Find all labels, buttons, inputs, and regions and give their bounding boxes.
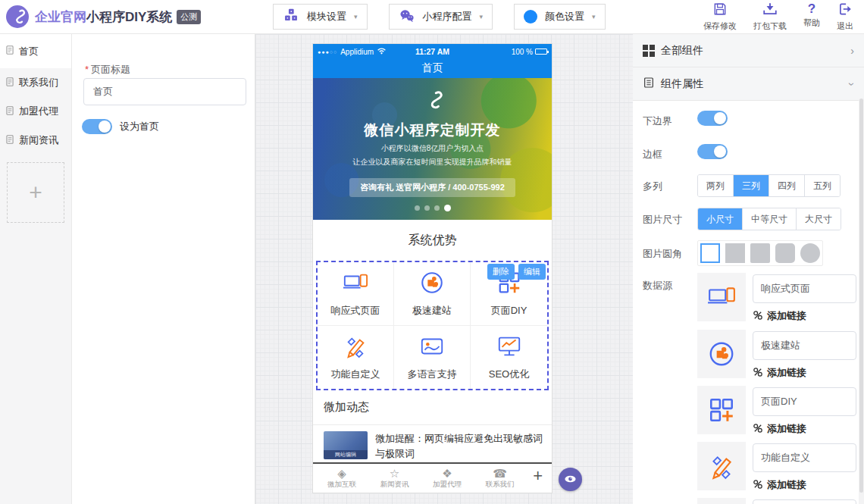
tabbar-add-button[interactable]: +	[533, 466, 543, 490]
bottom-border-label: 下边界	[643, 114, 672, 128]
miniprogram-config-button[interactable]: 小程序配置 ▾	[389, 4, 493, 30]
radius-option-rounded[interactable]	[750, 243, 770, 263]
sidebar-item-news[interactable]: 新闻资讯	[0, 126, 71, 155]
sidebar-item-agent[interactable]: 加盟代理	[0, 97, 71, 126]
components-grid-icon	[643, 45, 655, 57]
component-props-header[interactable]: 组件属性 ›	[633, 67, 864, 101]
page-icon	[5, 105, 15, 118]
exit-icon	[837, 2, 853, 20]
inspector-scrollbar[interactable]	[859, 99, 864, 504]
page-title-label: *页面标题	[85, 63, 130, 77]
banner-logo-icon	[313, 89, 552, 114]
image-size-medium[interactable]: 中等尺寸	[743, 208, 797, 230]
sidebar-item-home[interactable]: 首页	[0, 34, 71, 68]
datasource-title-input[interactable]	[753, 499, 856, 504]
responsive-icon	[697, 273, 746, 321]
save-button[interactable]: 保存修改	[703, 2, 737, 32]
sidebar-item-label: 新闻资讯	[19, 133, 58, 147]
columns-option-2[interactable]: 两列	[698, 175, 734, 196]
news-list-item[interactable]: 网站编辑 微加提醒：网页编辑应避免出现敏感词与极限词	[313, 425, 552, 462]
columns-option-3[interactable]: 三列	[734, 175, 769, 196]
tab-agent[interactable]: ❖ 加盟代理	[427, 468, 467, 490]
set-home-row: 设为首页	[82, 119, 159, 134]
image-radius-label: 图片圆角	[643, 247, 682, 261]
color-circle-icon	[524, 10, 537, 23]
puzzle-icon	[419, 270, 445, 299]
news-section-title: 微加动态	[313, 390, 552, 425]
feature-cell-custom[interactable]: 功能自定义	[318, 326, 394, 389]
columns-option-5[interactable]: 五列	[805, 175, 840, 196]
page-title-input[interactable]	[83, 78, 246, 105]
set-home-toggle[interactable]	[82, 119, 112, 134]
image-size-label: 图片尺寸	[643, 213, 682, 227]
all-components-header[interactable]: 全部组件 ›	[633, 34, 864, 67]
add-link-button[interactable]: 添加链接	[753, 422, 806, 436]
download-button[interactable]: 打包下载	[753, 2, 787, 32]
app-logo-icon	[6, 5, 29, 28]
tab-brand[interactable]: ◈ 微加互联	[322, 468, 362, 490]
exit-button[interactable]: 退出	[837, 2, 853, 32]
radius-option-circle[interactable]	[800, 243, 820, 263]
edit-component-button[interactable]: 编辑	[518, 264, 546, 280]
tab-contact[interactable]: ☎ 联系我们	[481, 468, 520, 490]
banner-carousel[interactable]: 微信小程序定制开发 小程序以微信8亿用户为切入点 让企业以及商家在短时间里实现提…	[313, 78, 552, 220]
feature-cell-responsive[interactable]: 响应式页面	[318, 262, 394, 326]
app-title-secondary: 小程序DIY系统	[86, 10, 172, 24]
bottom-border-toggle[interactable]	[697, 111, 728, 126]
radius-option-square[interactable]	[700, 243, 720, 263]
link-icon	[753, 367, 763, 380]
tab-news[interactable]: ☆ 新闻资讯	[375, 468, 415, 490]
columns-option-4[interactable]: 四列	[769, 175, 805, 196]
save-label: 保存修改	[703, 20, 737, 32]
module-settings-button[interactable]: 模块设置 ▾	[273, 4, 368, 30]
feature-cell-fastbuild[interactable]: 极速建站	[394, 262, 471, 326]
battery-percent: 100 %	[512, 48, 533, 56]
plus-icon: +	[29, 180, 42, 205]
link-icon	[753, 310, 763, 323]
preview-eye-button[interactable]	[559, 468, 582, 491]
add-link-button[interactable]: 添加链接	[753, 478, 806, 492]
sidebar-item-contact[interactable]: 联系我们	[0, 68, 71, 97]
news-thumbnail: 网站编辑	[324, 431, 368, 459]
feature-cell-seo[interactable]: SEO优化	[471, 326, 547, 389]
datasource-title-input[interactable]	[753, 387, 856, 416]
link-icon	[753, 423, 763, 436]
color-settings-button[interactable]: 颜色设置 ▾	[514, 4, 606, 30]
pencil-icon	[697, 442, 746, 490]
add-link-button[interactable]: 添加链接	[753, 366, 806, 380]
radius-option-slight[interactable]	[725, 243, 745, 263]
columns-label: 多列	[643, 180, 662, 193]
image-size-small[interactable]: 小尺寸	[698, 208, 743, 230]
wifi-icon	[377, 47, 387, 56]
app-logo-area: 企业官网小程序DIY系统公测	[0, 5, 273, 28]
responsive-icon	[343, 270, 368, 299]
feature-cell-multilang[interactable]: 多语言支持	[394, 326, 471, 389]
scrollbar-thumb[interactable]	[859, 99, 863, 493]
component-props-label: 组件属性	[661, 77, 703, 91]
radius-option-more-rounded[interactable]	[775, 243, 795, 263]
border-toggle[interactable]	[697, 144, 728, 159]
datasource-title-input[interactable]	[753, 443, 856, 472]
wechat-icon	[399, 8, 415, 27]
help-button[interactable]: ? 帮助	[803, 2, 820, 32]
add-page-button[interactable]: +	[7, 162, 64, 223]
image-size-large[interactable]: 大尺寸	[797, 208, 841, 230]
header-menus: 模块设置 ▾ 小程序配置 ▾ 颜色设置 ▾	[273, 4, 606, 30]
columns-segmented-control: 两列 三列 四列 五列	[697, 174, 841, 197]
miniprogram-config-label: 小程序配置	[423, 10, 472, 23]
delete-component-button[interactable]: 删除	[487, 264, 515, 280]
add-link-button[interactable]: 添加链接	[753, 309, 806, 323]
phone-tabbar: ◈ 微加互联 ☆ 新闻资讯 ❖ 加盟代理 ☎ 联系我们 +	[313, 462, 552, 493]
set-home-label: 设为首页	[120, 120, 159, 133]
selected-component-outline[interactable]: 响应式页面 极速建站 页面DIY 功能自定义 多语言支持	[316, 261, 549, 390]
battery-icon	[535, 49, 547, 55]
page-icon	[5, 134, 15, 147]
datasource-title-input[interactable]	[753, 274, 856, 303]
datasource-row	[697, 498, 856, 504]
page-icon	[5, 45, 15, 58]
toggle-knob	[99, 121, 111, 133]
border-label: 边框	[643, 148, 662, 161]
datasource-title-input[interactable]	[753, 331, 856, 360]
link-icon	[753, 479, 763, 492]
module-settings-label: 模块设置	[307, 10, 346, 23]
